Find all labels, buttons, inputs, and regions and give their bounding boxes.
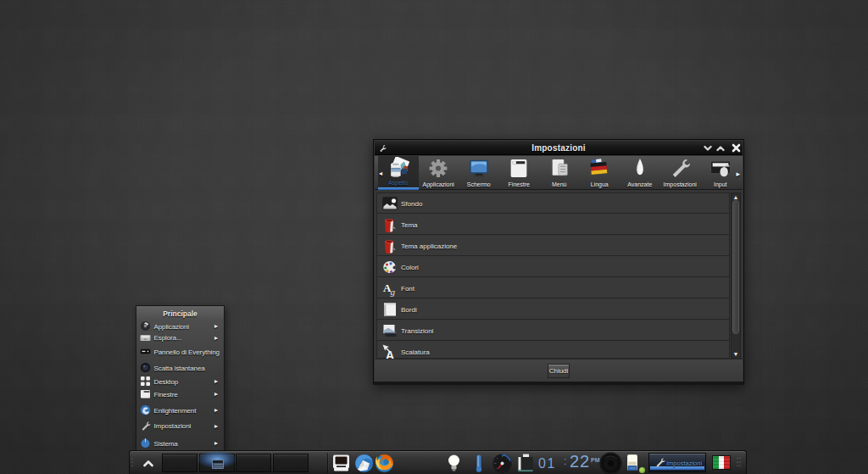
svg-text:g: g: [391, 287, 396, 297]
